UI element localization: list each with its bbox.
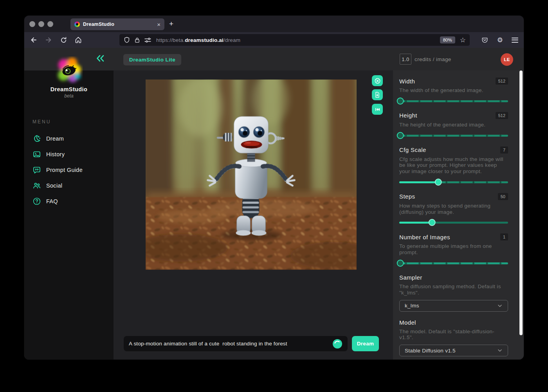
prompt-bar: Dream bbox=[124, 336, 403, 351]
sidebar-item-dream[interactable]: Dream bbox=[24, 131, 114, 146]
randomize-prompt-icon[interactable] bbox=[332, 339, 342, 349]
download-file-icon bbox=[374, 92, 380, 98]
cfg-scale-slider[interactable] bbox=[399, 179, 508, 186]
sidebar-item-label: Prompt Guide bbox=[46, 167, 83, 173]
dreamstudio-lite-button[interactable]: DreamStudio Lite bbox=[123, 54, 181, 65]
setting-label: Number of Images bbox=[399, 234, 450, 240]
brand-block: DreamStudio beta bbox=[24, 56, 114, 99]
rewind-icon bbox=[375, 107, 380, 112]
browser-toolbar: https://beta.dreamstudio.ai/dream 80% ☆ … bbox=[24, 32, 524, 48]
model-section: Model The model. Default is "stable-diff… bbox=[399, 319, 508, 357]
question-circle-icon bbox=[32, 197, 41, 206]
sidebar: DreamStudio beta MENU Dream History Prom… bbox=[24, 70, 114, 359]
rewind-button[interactable] bbox=[372, 104, 383, 115]
pocket-icon[interactable] bbox=[481, 36, 489, 44]
slider-thumb[interactable] bbox=[397, 260, 404, 267]
chevron-down-icon bbox=[497, 303, 503, 309]
shield-icon[interactable] bbox=[123, 36, 130, 43]
steps-slider[interactable] bbox=[399, 219, 508, 226]
setting-description: How many steps to spend generating (diff… bbox=[399, 203, 508, 215]
setting-description: The height of the generated image. bbox=[399, 122, 508, 128]
home-button[interactable] bbox=[74, 35, 83, 45]
sidebar-item-label: Dream bbox=[46, 135, 64, 142]
lock-icon[interactable] bbox=[134, 37, 141, 43]
tab-close-icon[interactable]: × bbox=[157, 22, 160, 27]
setting-label: Model bbox=[399, 319, 416, 326]
users-icon bbox=[32, 181, 41, 190]
brand-beta-tag: beta bbox=[24, 93, 114, 99]
steps-value-badge: 50 bbox=[498, 193, 508, 200]
steps-section: Steps 50 How many steps to spend generat… bbox=[399, 193, 508, 226]
sidebar-item-faq[interactable]: FAQ bbox=[24, 193, 114, 209]
url-text[interactable]: https://beta.dreamstudio.ai/dream bbox=[156, 37, 440, 43]
browser-window: DreamStudio × + https bbox=[24, 16, 524, 359]
sampler-select[interactable]: k_lms bbox=[399, 300, 508, 312]
generated-image bbox=[146, 79, 357, 270]
maximize-window-button[interactable] bbox=[47, 21, 53, 27]
new-tab-button[interactable]: + bbox=[169, 20, 173, 28]
delete-image-button[interactable] bbox=[372, 75, 383, 86]
prompt-input[interactable] bbox=[124, 336, 348, 351]
moon-sparkle-icon bbox=[32, 134, 41, 143]
slider-thumb[interactable] bbox=[428, 219, 435, 226]
height-slider[interactable] bbox=[399, 132, 508, 139]
sidebar-item-label: FAQ bbox=[46, 198, 58, 204]
setting-description: To generate multiple images from one pro… bbox=[399, 243, 508, 256]
setting-label: Width bbox=[399, 78, 415, 85]
width-section: Width 512 The width of the generated ima… bbox=[399, 78, 508, 105]
settings-panel: Width 512 The width of the generated ima… bbox=[393, 70, 524, 359]
browser-tab[interactable]: DreamStudio × bbox=[70, 18, 164, 30]
setting-label: Sampler bbox=[399, 274, 422, 281]
sidebar-item-label: Social bbox=[46, 182, 62, 189]
cfg-scale-section: Cfg Scale 7 Cfg scale adjusts how much t… bbox=[399, 146, 508, 186]
credits-label: credits / image bbox=[415, 56, 451, 62]
dream-button[interactable]: Dream bbox=[352, 336, 379, 351]
setting-label: Height bbox=[399, 112, 417, 119]
brand-name: DreamStudio bbox=[24, 86, 114, 92]
setting-label: Cfg Scale bbox=[399, 146, 426, 153]
height-section: Height 512 The height of the generated i… bbox=[399, 112, 508, 139]
sidebar-item-social[interactable]: Social bbox=[24, 178, 114, 193]
number-of-images-section: Number of Images 1 To generate multiple … bbox=[399, 233, 508, 267]
menu-hamburger-icon[interactable] bbox=[512, 38, 518, 43]
user-avatar[interactable]: LE bbox=[501, 53, 513, 66]
slider-thumb[interactable] bbox=[397, 132, 404, 139]
panel-scrollbar[interactable] bbox=[519, 70, 523, 335]
download-image-button[interactable] bbox=[372, 89, 383, 100]
sidebar-item-label: History bbox=[46, 151, 65, 157]
credits-value: 1.0 bbox=[400, 54, 411, 65]
permissions-icon[interactable] bbox=[144, 37, 151, 43]
dreamstudio-logo-icon bbox=[55, 56, 83, 85]
tab-title: DreamStudio bbox=[83, 22, 154, 27]
credits-indicator: 1.0 credits / image bbox=[400, 54, 451, 65]
setting-label: Steps bbox=[399, 193, 415, 200]
chat-quote-icon bbox=[32, 166, 41, 174]
reload-button[interactable] bbox=[59, 35, 68, 45]
width-slider[interactable] bbox=[399, 98, 508, 105]
minimize-window-button[interactable] bbox=[38, 21, 44, 27]
model-select[interactable]: Stable Diffusion v1.5 bbox=[399, 345, 508, 356]
sidebar-item-prompt-guide[interactable]: Prompt Guide bbox=[24, 162, 114, 178]
page-zoom-badge[interactable]: 80% bbox=[440, 36, 455, 43]
forward-button[interactable] bbox=[44, 35, 53, 45]
setting-description: Cfg scale adjusts how much the image wil… bbox=[399, 156, 508, 175]
number-of-images-slider[interactable] bbox=[399, 260, 508, 267]
bookmark-star-icon[interactable]: ☆ bbox=[460, 36, 466, 44]
slider-thumb[interactable] bbox=[397, 98, 404, 105]
slider-thumb[interactable] bbox=[435, 179, 442, 186]
image-action-buttons bbox=[372, 75, 383, 115]
setting-description: The model. Default is "stable-diffusion-… bbox=[399, 329, 508, 341]
width-value-badge: 512 bbox=[496, 78, 508, 85]
sidebar-item-history[interactable]: History bbox=[24, 146, 114, 162]
model-selected-value: Stable Diffusion v1.5 bbox=[405, 348, 456, 354]
settings-gear-icon[interactable]: ⚙ bbox=[497, 36, 503, 44]
setting-description: The diffusion sampling method. Default i… bbox=[399, 284, 508, 296]
address-bar[interactable]: https://beta.dreamstudio.ai/dream 80% ☆ bbox=[119, 34, 470, 46]
close-window-button[interactable] bbox=[29, 21, 35, 27]
dreamstudio-app: DreamStudio Lite 1.0 credits / image LE bbox=[24, 48, 524, 359]
window-controls[interactable] bbox=[29, 21, 53, 27]
menu-section-label: MENU bbox=[24, 119, 114, 125]
dreamstudio-favicon-icon bbox=[74, 22, 80, 27]
back-button[interactable] bbox=[29, 35, 38, 45]
sampler-section: Sampler The diffusion sampling method. D… bbox=[399, 274, 508, 312]
